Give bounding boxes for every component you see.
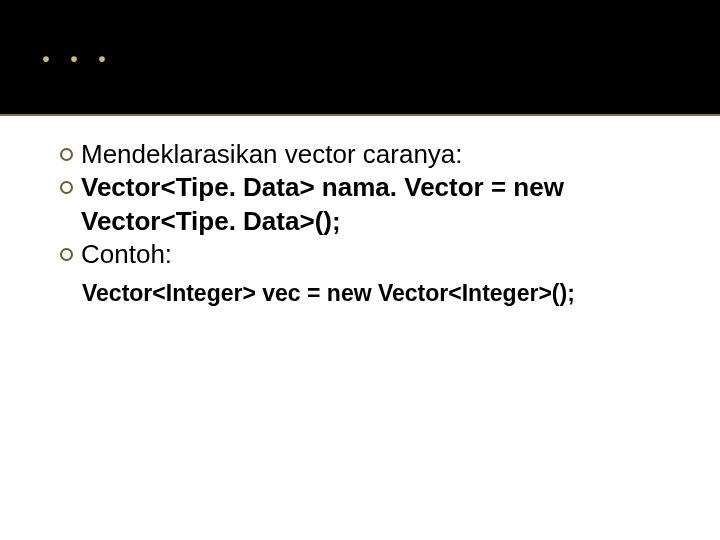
sub-item: Vector<Integer> vec = new Vector<Integer… xyxy=(60,279,686,309)
bullet-marker-icon xyxy=(60,148,73,161)
bullet-item: Vector<Tipe. Data> nama. Vector = new Ve… xyxy=(60,171,686,238)
bullet-item: Contoh: xyxy=(60,238,686,271)
bullet-marker-icon xyxy=(60,181,73,194)
bullet-item: Mendeklarasikan vector caranya: xyxy=(60,138,686,171)
bullet-text: Vector<Tipe. Data> nama. Vector = new Ve… xyxy=(81,171,686,238)
bullet-marker-icon xyxy=(60,248,73,261)
bullet-text: Mendeklarasikan vector caranya: xyxy=(81,138,463,171)
content-area: Mendeklarasikan vector caranya: Vector<T… xyxy=(0,116,720,309)
slide-title: . . . xyxy=(40,18,680,73)
bullet-text: Contoh: xyxy=(81,238,172,271)
sub-item-text: Vector<Integer> vec = new Vector<Integer… xyxy=(82,280,575,306)
title-bar: . . . xyxy=(0,0,720,115)
